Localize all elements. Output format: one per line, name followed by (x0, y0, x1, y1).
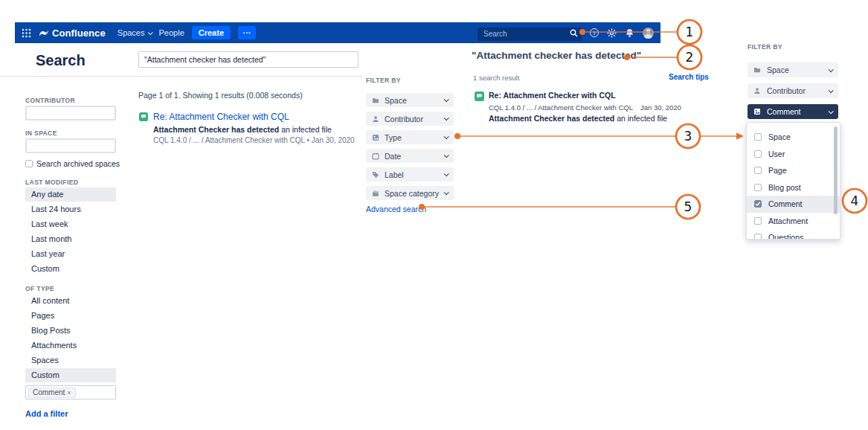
filter-contributor-button[interactable]: Contributor (366, 112, 454, 126)
dropdown-option-label: Page (768, 166, 787, 175)
filter-space-label: Space (767, 65, 789, 74)
filter-date-button[interactable]: Date (366, 149, 454, 163)
dropdown-option-label: Attachment (768, 216, 808, 225)
notifications-bell-icon[interactable] (625, 28, 634, 38)
dropdown-option-page[interactable]: Page (747, 162, 840, 179)
annotation-1-number: 1 (686, 25, 694, 39)
annotation-overlay: 1 2 3 4 5 (0, 0, 868, 430)
add-filter-link[interactable]: Add a filter (25, 409, 116, 418)
comment-type-tag[interactable]: Comment × (28, 388, 76, 398)
search-tips-link[interactable]: Search tips (669, 73, 709, 81)
annotation-2-number: 2 (686, 50, 694, 65)
checkbox-icon[interactable] (754, 133, 762, 141)
filter-by-label: FILTER BY (366, 77, 454, 84)
last-modified-label: LAST MODIFIED (25, 179, 116, 186)
dropdown-option-label: Questions (768, 233, 803, 240)
search-filters-sidebar: CONTRIBUTOR IN SPACE Search archived spa… (25, 97, 116, 418)
filter-label-button[interactable]: Label (366, 167, 454, 182)
dropdown-option-label: Space (768, 132, 791, 141)
dropdown-option-user[interactable]: User (747, 146, 840, 163)
checkbox-icon[interactable] (754, 184, 762, 191)
create-button[interactable]: Create (192, 26, 231, 39)
of-type-option-custom[interactable]: Custom (25, 368, 116, 382)
result-title[interactable]: Re: Attachment Checker with CQL (489, 91, 616, 100)
filter-by-panel: FILTER BY Space Contributor Type Date La… (366, 77, 454, 214)
chevron-down-icon (444, 115, 449, 121)
type-tag-input[interactable]: Comment × (25, 385, 116, 399)
of-type-option-attachments[interactable]: Attachments (25, 338, 116, 353)
last-modified-option-24h[interactable]: Last 24 hours (25, 202, 116, 216)
checkbox-icon[interactable] (754, 150, 762, 158)
annotation-5: 5 (419, 195, 700, 219)
navbar-search-input[interactable] (478, 28, 582, 41)
filter-comment-label: Comment (767, 107, 801, 116)
archived-spaces-checkbox-row[interactable]: Search archived spaces (25, 159, 116, 168)
check-icon (755, 201, 761, 207)
dropdown-option-label: Comment (768, 199, 803, 208)
chevron-down-icon (444, 134, 449, 139)
result-meta: CQL 1.4.0 / ... / Attachment Checker wit… (153, 136, 355, 144)
navbar-search[interactable] (478, 26, 582, 39)
comment-result-icon (475, 92, 484, 101)
chevron-down-icon (444, 190, 449, 195)
logo-wordmark: Confluence (52, 28, 106, 39)
checkbox-icon[interactable] (754, 234, 762, 240)
nav-spaces[interactable]: Spaces (118, 28, 152, 37)
help-icon[interactable]: ? (590, 28, 599, 37)
nav-people[interactable]: People (159, 28, 184, 37)
of-type-option-spaces[interactable]: Spaces (25, 353, 116, 368)
last-modified-option-week[interactable]: Last week (25, 217, 116, 231)
last-modified-option-year[interactable]: Last year (25, 247, 116, 261)
user-avatar[interactable] (643, 28, 654, 39)
more-button[interactable]: ··· (238, 26, 256, 39)
dropdown-option-space[interactable]: Space (747, 129, 840, 146)
filter-contributor-label: Contributor (767, 86, 806, 95)
filter-contributor-button[interactable]: Contributor (748, 83, 838, 98)
filter-space-button[interactable]: Space (748, 62, 838, 77)
checkbox-icon[interactable] (754, 217, 762, 225)
in-space-label: IN SPACE (25, 129, 116, 137)
dropdown-scrollbar[interactable] (834, 126, 838, 214)
result-title-link[interactable]: Re: Attachment Checker with CQL (153, 112, 289, 122)
filter-type-button[interactable]: Type (366, 130, 454, 144)
app-switcher-icon[interactable] (22, 28, 31, 38)
comment-type-tag-label: Comment (33, 388, 65, 397)
annotation-3: 3 (454, 124, 744, 148)
search-result-count: 1 search result (473, 74, 519, 82)
dropdown-option-questions[interactable]: Questions (747, 229, 840, 240)
filter-space-category-label: Space category (385, 189, 439, 198)
last-modified-option-any-date[interactable]: Any date (25, 187, 116, 202)
chevron-down-icon (829, 88, 834, 93)
search-query-input[interactable] (138, 51, 359, 68)
contributor-input[interactable] (25, 106, 116, 121)
advanced-search-link[interactable]: Advanced search (366, 205, 454, 214)
checkbox-icon[interactable] (25, 160, 33, 167)
remove-tag-icon[interactable]: × (67, 389, 71, 397)
search-result: Re: Attachment Checker with CQL Attachme… (139, 112, 355, 144)
last-modified-option-custom[interactable]: Custom (25, 262, 116, 276)
dropdown-option-comment-checked[interactable]: Comment (747, 196, 840, 213)
tag-icon (372, 171, 379, 179)
checkbox-checked-icon[interactable] (754, 200, 762, 208)
of-type-option-all[interactable]: All content (25, 294, 116, 308)
result-date: Jan 30, 2020 (640, 103, 681, 112)
dropdown-option-attachment[interactable]: Attachment (747, 213, 840, 230)
settings-gear-icon[interactable] (607, 28, 617, 38)
arrow-head-icon (736, 132, 744, 140)
checkbox-icon[interactable] (754, 167, 762, 174)
last-modified-option-month[interactable]: Last month (25, 232, 116, 246)
content-type-icon (372, 134, 379, 141)
filter-space-button[interactable]: Space (366, 93, 454, 107)
nav-spaces-label: Spaces (118, 28, 145, 37)
of-type-option-pages[interactable]: Pages (25, 309, 116, 323)
filter-space-category-button[interactable]: Space category (366, 186, 454, 200)
quick-search-result: Re: Attachment Checker with CQL CQL 1.4.… (475, 91, 681, 123)
top-navbar: Confluence Spaces People Create ··· ? (15, 22, 660, 43)
of-type-option-blog[interactable]: Blog Posts (25, 324, 116, 338)
filter-comment-button-selected[interactable]: Comment (748, 104, 838, 119)
confluence-logo[interactable]: Confluence (39, 28, 106, 39)
filter-space-label: Space (385, 96, 407, 105)
annotation-3-number: 3 (684, 129, 692, 144)
in-space-input[interactable] (25, 138, 116, 153)
dropdown-option-blog-post[interactable]: Blog post (747, 179, 840, 196)
